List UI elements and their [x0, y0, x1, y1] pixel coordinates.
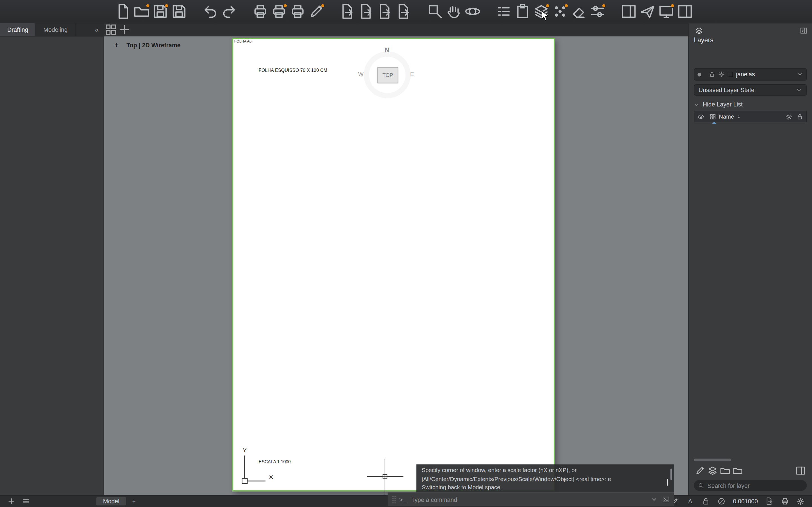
navigation-compass[interactable]: N W E TOP	[360, 48, 414, 102]
viewport-label[interactable]: Top | 2D Wireframe	[126, 42, 181, 48]
hide-layer-list-label: Hide Layer List	[703, 101, 743, 108]
ucs-icon: Y ✕	[239, 446, 280, 490]
pan-button[interactable]	[446, 3, 462, 20]
workspace-list-icon[interactable]	[21, 497, 31, 506]
collapse-palette-button[interactable]: «	[90, 23, 103, 36]
sun-icon	[718, 71, 725, 77]
panel-flyout-icon[interactable]	[800, 26, 808, 35]
add-layout-button[interactable]: +	[129, 497, 139, 506]
ucs-x-label: ✕	[269, 474, 274, 481]
terminal-icon[interactable]	[662, 496, 670, 503]
layers-stack-icon	[694, 26, 704, 35]
match-properties-button[interactable]	[514, 3, 531, 20]
plot-settings-button[interactable]	[308, 3, 325, 20]
map-drawing	[259, 74, 529, 458]
new-tab-button[interactable]	[117, 23, 131, 36]
layer-on-indicator	[698, 73, 701, 76]
zoom-window-button[interactable]	[427, 3, 444, 20]
command-prompt: >_	[399, 496, 407, 503]
notification-dot	[146, 4, 150, 8]
options-button[interactable]	[589, 3, 606, 20]
save-file-button[interactable]	[152, 3, 168, 20]
lock-column-icon[interactable]	[797, 113, 803, 120]
tab-drafting[interactable]: Drafting	[0, 23, 36, 36]
attach-pdf-button[interactable]	[377, 3, 394, 20]
app-window: Drafting Modeling « FOLHA A0 FOLHA ESQUI…	[0, 0, 812, 507]
name-column-header[interactable]: Name	[709, 113, 785, 120]
properties-panel-button[interactable]	[620, 3, 637, 20]
drawing-canvas[interactable]: FOLHA A0 FOLHA ESQUISSO 70 X 100 CM ESCA…	[104, 36, 688, 495]
layer-state-dropdown[interactable]: Unsaved Layer State	[694, 84, 807, 96]
plot-button[interactable]	[271, 3, 287, 20]
pickbox	[383, 474, 388, 479]
orbit-button[interactable]	[464, 3, 481, 20]
compass-west: W	[358, 71, 363, 77]
lock-ui-icon[interactable]	[701, 497, 711, 506]
command-input-bar[interactable]: >_ Type a command	[388, 492, 674, 506]
add-workspace-icon[interactable]	[6, 497, 17, 506]
model-button[interactable]: Model	[96, 497, 127, 506]
export-icon[interactable]	[764, 497, 774, 506]
layer-list-header: Name	[694, 111, 807, 122]
reference-panel-button[interactable]	[658, 3, 675, 20]
new-file-button[interactable]	[114, 3, 131, 20]
swatch-column-icon	[709, 113, 716, 120]
gear-icon[interactable]	[795, 497, 806, 506]
edit-layer-button[interactable]	[694, 465, 706, 476]
tool-palette: Drafting Modeling «	[0, 23, 104, 495]
attach-xref-button[interactable]	[340, 3, 356, 20]
command-scrollbar[interactable]	[670, 468, 672, 480]
command-input[interactable]: Type a command	[411, 496, 650, 503]
print-button[interactable]	[252, 3, 269, 20]
hide-layer-list-toggle[interactable]: Hide Layer List	[694, 98, 807, 111]
layer-states-open-button[interactable]	[719, 465, 731, 476]
tool-sets-panel-button[interactable]	[639, 3, 656, 20]
save-as-button[interactable]	[171, 3, 188, 20]
toolbar-separator	[482, 3, 495, 20]
layout-paper: FOLHA A0 FOLHA ESQUISSO 70 X 100 CM ESCA…	[232, 38, 555, 492]
sort-arrows-icon[interactable]	[737, 114, 742, 119]
notification-dot	[602, 4, 606, 8]
sheet-title: FOLHA ESQUISSO 70 X 100 CM	[259, 68, 327, 73]
plot-status-icon[interactable]	[780, 497, 790, 506]
visibility-column-icon[interactable]	[698, 113, 704, 120]
tab-overview-icon[interactable]	[104, 23, 117, 36]
chevron-down-icon[interactable]	[650, 496, 658, 503]
search-placeholder: Search for layer	[707, 482, 750, 489]
current-layer-swatch	[728, 72, 733, 77]
search-icon	[698, 482, 704, 489]
vp-freeze-column-icon[interactable]	[785, 113, 792, 120]
quick-select-button[interactable]	[496, 3, 512, 20]
annotation-scale-icon[interactable]: A	[685, 497, 696, 506]
view-cube[interactable]: TOP	[377, 67, 398, 83]
redo-button[interactable]	[221, 3, 238, 20]
chevron-down-icon	[796, 87, 802, 93]
layer-search-field[interactable]: Search for layer	[694, 480, 807, 491]
tab-modeling[interactable]: Modeling	[36, 23, 75, 36]
list-view-toggle[interactable]	[794, 465, 807, 476]
toolbar-separator	[188, 3, 201, 20]
layer-list-hscrollbar[interactable]	[694, 459, 807, 461]
command-history: Specify corner of window, enter a scale …	[416, 464, 674, 493]
viewport-controls-plus[interactable]: +	[114, 41, 118, 49]
ucs-y-label: Y	[243, 447, 247, 454]
purge-button[interactable]	[570, 3, 587, 20]
point-style-button[interactable]	[552, 3, 568, 20]
current-layer-dropdown[interactable]: janelas	[694, 68, 807, 80]
text-caret	[667, 479, 668, 486]
insert-field-button[interactable]	[396, 3, 412, 20]
notification-dot	[546, 4, 550, 8]
frame-label: FOLHA A0	[234, 40, 252, 43]
layer-states-save-button[interactable]	[731, 465, 744, 476]
plot-preview-button[interactable]	[289, 3, 306, 20]
new-layer-button[interactable]	[706, 465, 719, 476]
mouse-cursor	[541, 10, 550, 22]
undo-button[interactable]	[202, 3, 218, 20]
content-panel-button[interactable]	[677, 3, 693, 20]
drag-handle[interactable]	[392, 495, 396, 504]
crosshair-cursor	[367, 459, 403, 495]
open-file-button[interactable]	[133, 3, 150, 20]
isolate-objects-icon[interactable]	[716, 497, 726, 506]
attach-image-button[interactable]	[358, 3, 375, 20]
notification-dot	[320, 4, 325, 8]
